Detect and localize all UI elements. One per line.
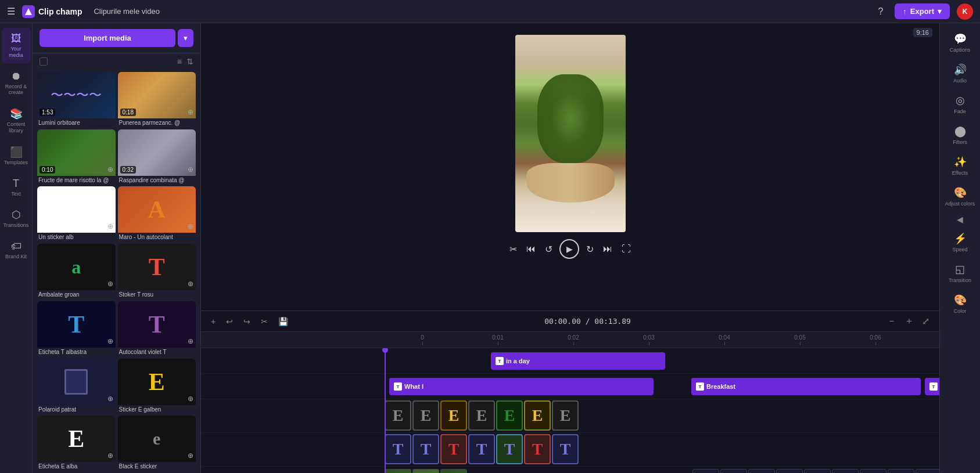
- media-panel: Import media ▾ ≡ ⇅ 〜〜〜〜 1:53 Lumini orbi…: [33, 23, 201, 473]
- sticker-e-1[interactable]: E: [385, 400, 411, 431]
- templates-icon: ⬛: [10, 146, 23, 158]
- export-button[interactable]: ↑ Export ▾: [895, 3, 950, 19]
- media-item-1[interactable]: 〜〜〜〜 1:53 Lumini orbitoare: [37, 72, 116, 127]
- media-item-5[interactable]: A ⊕ Un sticker alb: [37, 186, 116, 241]
- sticker-e-3[interactable]: E: [440, 400, 467, 431]
- track-content-top-text: T in a day: [385, 348, 939, 373]
- sticker-t-6[interactable]: T: [524, 434, 551, 464]
- timeline-ruler: 0 0:01 0:02 0:03: [201, 332, 939, 348]
- right-panel-filters[interactable]: ⬤ Filters: [942, 120, 979, 150]
- ruler-mark-6: 0:06: [870, 334, 881, 341]
- sidebar-item-brand-kit[interactable]: 🏷 Brand Kit: [2, 236, 31, 265]
- nav-my-videos[interactable]: Clipurile mele video: [89, 5, 164, 18]
- media-label-6: Maro - Un autocolant: [118, 233, 196, 241]
- zoom-in-button[interactable]: ＋: [902, 314, 917, 328]
- right-panel-captions[interactable]: 💬 Captions: [942, 28, 979, 57]
- sort-icon[interactable]: ⇅: [186, 57, 193, 66]
- logo-icon: [22, 5, 35, 18]
- clip-lux[interactable]: T Lux: [925, 378, 939, 395]
- skip-forward-button[interactable]: ⏭: [601, 241, 615, 257]
- sidebar-item-text[interactable]: T Text: [2, 173, 31, 202]
- sidebar-item-record[interactable]: ⏺ Record & create: [2, 66, 31, 101]
- captions-icon: 💬: [954, 33, 967, 45]
- sticker-t-5[interactable]: T: [496, 434, 523, 464]
- clip-what-i[interactable]: T What I: [389, 378, 654, 395]
- media-item-6[interactable]: A ⊕ Maro - Un autocolant: [118, 186, 196, 241]
- media-item-10[interactable]: T ⊕ Autocolant violet T: [118, 301, 196, 356]
- timeline-time-display: 00:00.00 / 00:13.89: [296, 317, 880, 326]
- media-label-2: Punerea parmezanc. @: [118, 118, 196, 127]
- media-item-9[interactable]: T ⊕ Eticheta T albastra: [37, 301, 116, 356]
- media-thumb-1: 〜〜〜〜 1:53: [37, 72, 116, 118]
- cut-button[interactable]: ✂: [507, 241, 519, 257]
- right-panel-adjust-colors[interactable]: 🎨 Adjust colors: [942, 182, 979, 211]
- info-icon-5: ⊕: [107, 222, 113, 230]
- media-label-5: Un sticker alb: [37, 233, 116, 241]
- audio-label: Audio: [953, 78, 967, 84]
- hamburger-icon[interactable]: ☰: [7, 6, 15, 17]
- fullscreen-button[interactable]: ⛶: [619, 241, 633, 257]
- sticker-t-7[interactable]: T: [552, 434, 579, 464]
- import-btn-row: Import media ▾: [40, 29, 193, 47]
- right-panel-collapse[interactable]: ◀: [954, 212, 965, 226]
- user-avatar[interactable]: K: [957, 3, 973, 20]
- sticker-t-2[interactable]: T: [412, 434, 439, 464]
- sticker-e-7[interactable]: E: [552, 400, 579, 431]
- media-item-12[interactable]: E ⊕ Sticker E galben: [118, 359, 196, 414]
- sidebar-label-text: Text: [11, 191, 21, 197]
- food-visual: [515, 35, 626, 232]
- timeline-undo-button[interactable]: ↩: [223, 315, 236, 328]
- sticker-letter-8: T: [149, 255, 165, 279]
- timeline-toolbar: + ↩ ↪ ✂ 💾 00:00.00 / 00:13.89 － ＋ ⤢: [201, 311, 939, 332]
- sidebar-item-templates[interactable]: ⬛ Templates: [2, 141, 31, 171]
- right-panel-fade[interactable]: ◎ Fade: [942, 89, 979, 119]
- right-panel-audio[interactable]: 🔊 Audio: [942, 59, 979, 88]
- sticker-t-3[interactable]: T: [440, 434, 467, 464]
- sidebar-item-your-media[interactable]: 🖼 Your media: [2, 28, 31, 63]
- aspect-ratio-badge: 9:16: [913, 28, 932, 37]
- play-button[interactable]: ▶: [559, 239, 579, 259]
- track-content-main-text: T What I T Breakfast T Lux: [385, 374, 939, 399]
- sticker-t-1[interactable]: T: [385, 434, 411, 464]
- thumb-r-3: [748, 469, 775, 473]
- media-item-13[interactable]: E ⊕ Eticheta E alba: [37, 416, 116, 471]
- filter-icon[interactable]: ≡: [177, 57, 182, 66]
- sticker-e-4[interactable]: E: [468, 400, 495, 431]
- media-item-2[interactable]: 0:18 ⊕ Punerea parmezanc. @: [118, 72, 196, 127]
- timeline-cut-button[interactable]: ✂: [258, 315, 271, 328]
- import-media-button[interactable]: Import media: [40, 29, 175, 47]
- zoom-fit-button[interactable]: ⤢: [919, 314, 932, 328]
- sticker-t-4[interactable]: T: [468, 434, 495, 464]
- clip-in-a-day[interactable]: T in a day: [491, 352, 665, 370]
- sidebar-item-transitions[interactable]: ⬡ Transitions: [2, 204, 31, 233]
- fast-forward-button[interactable]: ↻: [584, 241, 596, 257]
- import-dropdown-button[interactable]: ▾: [178, 29, 193, 47]
- sidebar-item-content-library[interactable]: 📚 Content library: [2, 103, 31, 139]
- media-label-8: Stoker T rosu: [118, 290, 196, 299]
- media-item-8[interactable]: T ⊕ Stoker T rosu: [118, 244, 196, 299]
- rewind-button[interactable]: ↺: [543, 241, 555, 257]
- timeline-redo-button[interactable]: ↪: [240, 315, 253, 328]
- sticker-e-2[interactable]: E: [412, 400, 439, 431]
- help-button[interactable]: ?: [873, 4, 888, 19]
- sticker-e-6[interactable]: E: [524, 400, 551, 431]
- skip-back-button[interactable]: ⏮: [524, 241, 538, 257]
- timeline-save-button[interactable]: 💾: [275, 315, 291, 328]
- right-panel-effects[interactable]: ✨ Effects: [942, 151, 979, 180]
- right-panel-transition[interactable]: ◱ Transition: [942, 258, 979, 288]
- zoom-out-button[interactable]: －: [884, 314, 899, 328]
- media-item-4[interactable]: 0:32 ⊕ Raspandire combinata @: [118, 129, 196, 185]
- media-item-7[interactable]: a ⊕ Ambalate groan: [37, 244, 116, 299]
- right-panel-color[interactable]: 🎨 Color: [942, 289, 979, 319]
- timeline-add-button[interactable]: +: [208, 315, 218, 328]
- media-item-11[interactable]: ⊕ Polaroid patrat: [37, 359, 116, 414]
- media-item-14[interactable]: e ⊕ Black E sticker: [118, 416, 196, 471]
- select-all-checkbox[interactable]: [40, 57, 48, 66]
- ruler-mark-1: 0:01: [492, 334, 503, 341]
- right-panel-speed[interactable]: ⚡ Speed: [942, 228, 979, 257]
- track-row-thumbs: [201, 467, 939, 473]
- media-item-3[interactable]: 0:10 ⊕ Fructe de mare risotto la @: [37, 129, 116, 185]
- sticker-e-5[interactable]: E: [496, 400, 523, 431]
- clip-breakfast[interactable]: T Breakfast: [691, 378, 921, 395]
- sticker-letter-10: T: [149, 312, 165, 337]
